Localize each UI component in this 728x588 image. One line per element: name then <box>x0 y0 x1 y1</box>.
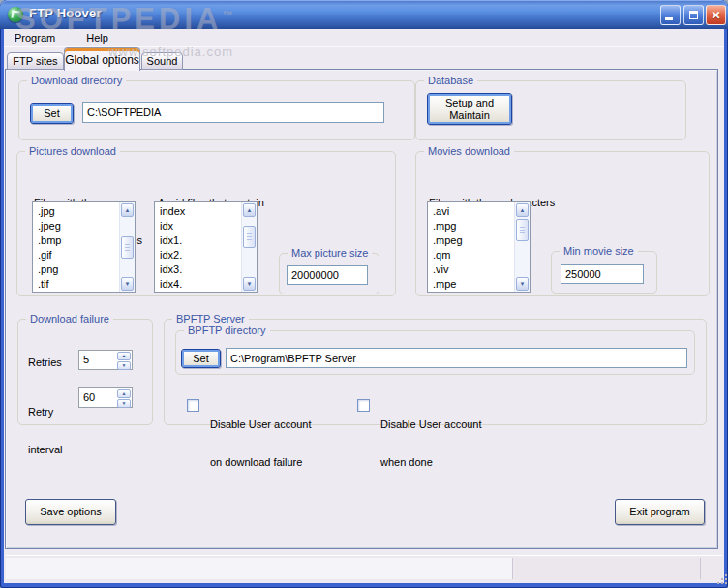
max-picture-size-input[interactable] <box>287 265 368 285</box>
disable-account-when-done-label: Disable User account when done <box>380 393 482 494</box>
movie-extensions-listbox[interactable]: .avi .mpg .mpeg .qm .viv .mpe ▲ ▼ <box>427 201 531 293</box>
download-directory-title: Download directory <box>27 75 126 87</box>
list-item[interactable]: idx3. <box>160 263 241 277</box>
max-picture-size-title: Max picture size <box>288 247 372 260</box>
disable-account-when-done-checkbox[interactable] <box>357 399 370 412</box>
list-item[interactable]: idx <box>160 219 241 233</box>
scroll-down-icon[interactable]: ▼ <box>243 277 256 291</box>
close-button[interactable]: ✕ <box>706 5 726 25</box>
scroll-down-icon[interactable]: ▼ <box>516 277 529 291</box>
retry-interval-label: Retry interval <box>28 381 62 481</box>
download-directory-input[interactable] <box>82 102 384 123</box>
setup-maintain-button[interactable]: Setup and Maintain <box>427 93 512 125</box>
menu-help[interactable]: Help <box>77 30 117 46</box>
scrollbar[interactable]: ▲ ▼ <box>119 202 135 292</box>
list-item[interactable]: idx4. <box>160 277 241 292</box>
app-window: SOFTPEDIA™ www.softpedia.com FTP Hoover … <box>0 0 728 588</box>
scrollbar-thumb[interactable] <box>243 226 256 248</box>
client-area: Program Help FTP sites Global options So… <box>4 29 724 583</box>
retries-label: Retries <box>28 356 62 369</box>
list-item[interactable]: idx2. <box>160 248 241 263</box>
scrollbar-thumb[interactable] <box>516 219 529 241</box>
list-item[interactable]: idx1. <box>160 233 241 248</box>
status-panel-right <box>515 558 701 579</box>
exit-program-button[interactable]: Exit program <box>615 499 705 525</box>
scroll-up-icon[interactable]: ▲ <box>243 203 256 217</box>
disable-account-on-failure-checkbox[interactable] <box>187 399 199 412</box>
retries-value: 5 <box>79 351 116 369</box>
list-item[interactable]: .avi <box>433 204 514 219</box>
close-icon: ✕ <box>711 9 720 22</box>
minimize-icon <box>665 17 673 20</box>
spin-down-icon[interactable]: ▼ <box>117 361 131 370</box>
min-movie-size-input[interactable] <box>561 264 644 284</box>
maximize-icon <box>689 11 698 19</box>
spin-up-icon[interactable]: ▲ <box>117 352 131 360</box>
minimize-button[interactable] <box>660 5 681 25</box>
list-item[interactable]: index <box>160 204 241 219</box>
app-icon <box>8 7 23 22</box>
tab-sound[interactable]: Sound <box>141 52 183 70</box>
database-title: Database <box>424 75 477 87</box>
list-item[interactable]: .mpe <box>433 277 514 292</box>
download-failure-title: Download failure <box>26 313 113 325</box>
list-item[interactable]: .gif <box>38 248 119 263</box>
scroll-down-icon[interactable]: ▼ <box>121 277 134 291</box>
status-bar <box>6 555 722 580</box>
status-panel-left <box>6 558 513 579</box>
list-item[interactable]: .tif <box>38 277 119 292</box>
bpftp-directory-title: BPFTP directory <box>184 325 270 337</box>
list-item[interactable]: .jpg <box>38 204 119 219</box>
title-bar[interactable]: FTP Hoover ✕ <box>0 0 728 29</box>
disable-account-on-failure-label: Disable User account on download failure <box>210 393 312 494</box>
scroll-up-icon[interactable]: ▲ <box>516 203 529 217</box>
spin-up-icon[interactable]: ▲ <box>117 389 131 398</box>
save-options-button[interactable]: Save options <box>25 499 116 525</box>
list-item[interactable]: .bmp <box>38 233 119 248</box>
set-bpftp-directory-button[interactable]: Set <box>181 349 221 368</box>
spin-down-icon[interactable]: ▼ <box>117 399 131 408</box>
menu-bar: Program Help <box>4 29 724 47</box>
scrollbar[interactable]: ▲ ▼ <box>514 202 530 292</box>
min-movie-size-title: Min movie size <box>560 245 638 258</box>
global-options-panel: Download directory Set Database Setup an… <box>5 69 718 549</box>
retry-interval-value: 60 <box>79 388 116 407</box>
movies-download-title: Movies download <box>424 145 514 158</box>
list-item[interactable]: .viv <box>433 263 514 277</box>
menu-program[interactable]: Program <box>6 30 64 46</box>
list-item[interactable]: .qm <box>433 248 514 263</box>
list-item[interactable]: .jpeg <box>38 219 119 233</box>
pictures-download-title: Pictures download <box>25 145 120 158</box>
scroll-up-icon[interactable]: ▲ <box>121 203 134 217</box>
list-item[interactable]: .mpg <box>433 219 514 233</box>
set-download-directory-button[interactable]: Set <box>30 103 74 124</box>
list-item[interactable]: .png <box>38 263 119 277</box>
maximize-button[interactable] <box>683 5 704 25</box>
avoid-characters-listbox[interactable]: index idx idx1. idx2. idx3. idx4. ▲ ▼ <box>154 201 258 293</box>
resize-grip-icon[interactable] <box>717 574 719 576</box>
retry-interval-spinner[interactable]: 60 ▲ ▼ <box>78 387 133 408</box>
scrollbar[interactable]: ▲ ▼ <box>241 202 257 292</box>
tab-ftp-sites[interactable]: FTP sites <box>7 52 64 70</box>
scrollbar-thumb[interactable] <box>121 236 134 259</box>
list-item[interactable]: .mpeg <box>433 233 514 248</box>
bpftp-directory-input[interactable] <box>226 348 687 368</box>
window-title: FTP Hoover <box>29 6 102 20</box>
tab-global-options[interactable]: Global options <box>64 47 140 71</box>
picture-extensions-listbox[interactable]: .jpg .jpeg .bmp .gif .png .tif ▲ ▼ <box>32 201 136 293</box>
retries-spinner[interactable]: 5 ▲ ▼ <box>78 350 133 370</box>
